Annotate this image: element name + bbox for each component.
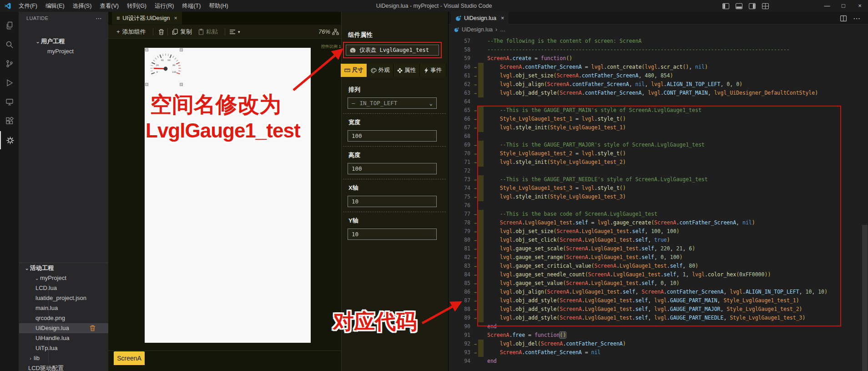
- code-line-69[interactable]: 69→ --This is the GAUGE_PART_MAJOR's sty…: [449, 141, 862, 149]
- code-line-76[interactable]: 76: [449, 201, 862, 210]
- section-active-project[interactable]: ⌄活动工程: [19, 263, 108, 273]
- code-line-91[interactable]: 91ScreenA.free = function(): [449, 331, 862, 340]
- screen-tab[interactable]: ScreenA: [114, 351, 145, 365]
- menu-运行[interactable]: 运行(R): [151, 0, 178, 12]
- tree-item-LCD.lua[interactable]: LCD.lua: [19, 283, 108, 293]
- selection-handle-tl[interactable]: [145, 48, 148, 51]
- split-editor-icon[interactable]: [840, 15, 847, 21]
- layer-menu-button[interactable]: ▾: [229, 25, 240, 39]
- field-input-height[interactable]: [348, 163, 437, 174]
- paste-button[interactable]: 粘贴: [198, 25, 218, 39]
- tree-item-UiTp.lua[interactable]: UiTp.lua: [19, 343, 108, 353]
- delete-component-button[interactable]: [158, 25, 164, 39]
- code-line-89[interactable]: 89→ lvgl.obj_add_style(ScreenA.LvglGauge…: [449, 314, 862, 322]
- menu-文件[interactable]: 文件(F): [15, 0, 41, 12]
- code-line-80[interactable]: 80→ lvgl.obj_set_click(ScreenA.LvglGauge…: [449, 236, 862, 244]
- code-line-64[interactable]: 64: [449, 97, 862, 106]
- code-line-67[interactable]: 67→ lvgl.style_init(Style_LvglGauge1_tes…: [449, 123, 862, 132]
- code-line-58[interactable]: 58--------------------------------------…: [449, 46, 862, 54]
- field-input-x[interactable]: [348, 196, 437, 207]
- code-line-65[interactable]: 65→ --This is the GAUGE_PART_MAIN's styl…: [449, 106, 862, 115]
- code-line-79[interactable]: 79→ lvgl.obj_set_size(ScreenA.LvglGauge1…: [449, 227, 862, 236]
- menu-查看[interactable]: 查看(V): [96, 0, 123, 12]
- code-line-82[interactable]: 82→ lvgl.gauge_set_range(ScreenA.LvglGau…: [449, 253, 862, 262]
- minimize-button[interactable]: —: [819, 0, 835, 12]
- source-control-icon[interactable]: [0, 55, 19, 73]
- more-actions-icon[interactable]: ⋯: [853, 14, 860, 23]
- customize-layout-icon[interactable]: [762, 3, 769, 9]
- tree-item-qrcode.png[interactable]: qrcode.png: [19, 313, 108, 323]
- code-line-94[interactable]: 94end: [449, 357, 862, 366]
- tab-appearance[interactable]: 外观: [367, 64, 394, 77]
- add-component-button[interactable]: +添加组件: [116, 25, 146, 39]
- field-input-y[interactable]: [348, 229, 437, 240]
- hierarchy-icon[interactable]: [332, 25, 339, 39]
- code-line-62[interactable]: 62→ lvgl.obj_align(ScreenA.contFather_Sc…: [449, 80, 862, 89]
- menu-终端[interactable]: 终端(T): [178, 0, 205, 12]
- menu-转到[interactable]: 转到(G): [123, 0, 151, 12]
- tree-item-UiDesign.lua[interactable]: UiDesign.lua: [19, 323, 108, 333]
- tree-item-lib[interactable]: ›lib: [19, 353, 108, 363]
- tab-uidesign-lua[interactable]: UiDesign.lua ×: [451, 12, 509, 25]
- code-line-71[interactable]: 71→ lvgl.style_init(Style_LvglGauge1_tes…: [449, 158, 862, 167]
- tree-item-myproject-user[interactable]: myProject: [19, 46, 108, 56]
- code-line-70[interactable]: 70→ Style_LvglGauge1_test_2 = lvgl.style…: [449, 149, 862, 158]
- selection-handle-tr[interactable]: [180, 48, 183, 51]
- code-line-63[interactable]: 63→ lvgl.obj_add_style(ScreenA.contFathe…: [449, 89, 862, 97]
- tab-size[interactable]: 尺寸: [341, 64, 367, 77]
- scrollbar-thumb[interactable]: [862, 225, 868, 371]
- tree-item-myproject-active[interactable]: ⌄myProject: [19, 273, 108, 283]
- code-line-85[interactable]: 85→ lvgl.gauge_set_value(ScreenA.LvglGau…: [449, 279, 862, 288]
- code-line-61[interactable]: 61→ lvgl.obj_set_size(ScreenA.contFather…: [449, 71, 862, 80]
- code-line-68[interactable]: 68: [449, 132, 862, 141]
- code-line-78[interactable]: 78→ ScreenA.LvglGauge1_test.self = lvgl.…: [449, 219, 862, 227]
- scrollbar[interactable]: [862, 25, 868, 371]
- selected-component-item[interactable]: 仪表盘 LvglGauge1_test: [346, 45, 439, 56]
- field-input-width[interactable]: [348, 130, 437, 142]
- code-line-74[interactable]: 74→ Style_LvglGauge1_test_3 = lvgl.style…: [449, 184, 862, 193]
- menu-帮助[interactable]: 帮助(H): [205, 0, 232, 12]
- tab-ui-designer[interactable]: ≡UI设计器:UiDesign×: [112, 12, 182, 25]
- section-user-project[interactable]: ⌄用户工程: [19, 36, 108, 46]
- tree-item-main.lua[interactable]: main.lua: [19, 303, 108, 313]
- code-line-90[interactable]: 90end: [449, 322, 862, 331]
- explorer-icon[interactable]: [0, 16, 19, 35]
- menu-选择[interactable]: 选择(S): [69, 0, 96, 12]
- toggle-secondary-sidebar-icon[interactable]: [749, 3, 756, 9]
- code-line-93[interactable]: 93→ ScreenA.contFather_ScreenA = nil: [449, 348, 862, 357]
- code-line-86[interactable]: 86→ lvgl.obj_align(ScreenA.LvglGauge1_te…: [449, 288, 862, 296]
- code-line-59[interactable]: 59ScreenA.create = function(): [449, 54, 862, 63]
- run-debug-icon[interactable]: [0, 74, 19, 92]
- tab-events[interactable]: 事件: [420, 64, 446, 77]
- code-line-81[interactable]: 81→ lvgl.gauge_set_scale(ScreenA.LvglGau…: [449, 244, 862, 253]
- code-lines[interactable]: 57--The following is the content of scre…: [449, 37, 862, 371]
- code-line-72[interactable]: 72: [449, 167, 862, 175]
- copy-button[interactable]: 复制: [172, 25, 192, 39]
- code-line-83[interactable]: 83→ lvgl.gauge_set_critical_value(Screen…: [449, 262, 862, 270]
- code-line-77[interactable]: 77→ --This is the base code of ScreenA.L…: [449, 210, 862, 219]
- code-line-88[interactable]: 88→ lvgl.obj_add_style(ScreenA.LvglGauge…: [449, 305, 862, 314]
- selection-handle-br[interactable]: [180, 83, 183, 86]
- code-line-92[interactable]: 92→ lvgl.obj_del(ScreenA.contFather_Scre…: [449, 340, 862, 348]
- arrange-select[interactable]: —IN_TOP_LEFT⌄: [348, 97, 437, 109]
- code-line-87[interactable]: 87→ lvgl.obj_add_style(ScreenA.LvglGauge…: [449, 296, 862, 305]
- toggle-sidebar-icon[interactable]: [722, 3, 729, 9]
- gauge-widget[interactable]: 020406080100: [148, 51, 183, 86]
- search-icon[interactable]: [0, 36, 19, 54]
- close-tab-icon[interactable]: ×: [501, 12, 504, 25]
- code-line-66[interactable]: 66→ Style_LvglGauge1_test_1 = lvgl.style…: [449, 115, 862, 123]
- trash-icon[interactable]: [90, 325, 96, 331]
- remote-explorer-icon[interactable]: [0, 93, 19, 111]
- code-line-73[interactable]: 73→ --This is the GAUGE_PART_NEEDLE's st…: [449, 175, 862, 184]
- close-tab-icon[interactable]: ×: [174, 15, 177, 21]
- toggle-panel-icon[interactable]: [736, 3, 742, 9]
- luatide-icon[interactable]: [0, 131, 19, 149]
- tree-item-UiHandle.lua[interactable]: UiHandle.lua: [19, 333, 108, 343]
- code-line-84[interactable]: 84→ lvgl.gauge_set_needle_count(ScreenA.…: [449, 270, 862, 279]
- tab-attributes[interactable]: 属性: [394, 64, 420, 77]
- code-line-75[interactable]: 75→ lvgl.style_init(Style_LvglGauge1_tes…: [449, 193, 862, 201]
- code-line-60[interactable]: 60→ ScreenA.contFather_ScreenA = lvgl.co…: [449, 63, 862, 71]
- extensions-icon[interactable]: [0, 112, 19, 130]
- tree-item-luatide_project.json[interactable]: luatide_project.json: [19, 293, 108, 303]
- selection-handle-bl[interactable]: [145, 83, 148, 86]
